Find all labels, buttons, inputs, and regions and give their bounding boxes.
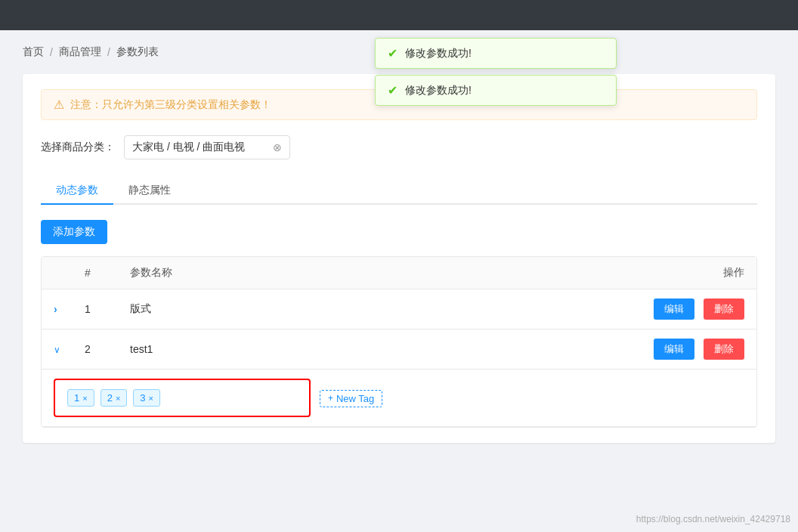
row2-expand-cell: ∨ [42, 329, 73, 370]
tab-static[interactable]: 静态属性 [113, 178, 186, 205]
row2-edit-button[interactable]: 编辑 [654, 339, 694, 360]
row1-name: 版式 [118, 289, 620, 329]
category-value: 大家电 / 电视 / 曲面电视 [132, 141, 245, 154]
breadcrumb-home[interactable]: 首页 [23, 45, 44, 59]
top-bar [0, 0, 798, 30]
main-card: ⚠ 注意：只允许为第三级分类设置相关参数！ 选择商品分类： 大家电 / 电视 /… [23, 74, 775, 443]
success-icon-1: ✔ [388, 46, 397, 60]
col-name: 参数名称 [118, 257, 620, 289]
col-expand [42, 257, 73, 289]
notification-2: ✔ 修改参数成功! [375, 75, 617, 106]
category-label: 选择商品分类： [41, 141, 115, 154]
row2-num: 2 [73, 329, 118, 370]
row1-delete-button[interactable]: 删除 [704, 298, 744, 320]
col-hash: # [73, 257, 118, 289]
warning-icon: ⚠ [54, 97, 64, 112]
expand-icon-row1[interactable]: › [54, 303, 57, 315]
notification-stack: ✔ 修改参数成功! ✔ 修改参数成功! [375, 38, 617, 106]
row1-expand-cell: › [42, 289, 73, 329]
row2-name: test1 [118, 329, 620, 370]
row1-ops: 编辑 删除 [620, 289, 756, 329]
watermark: https://blog.csdn.net/weixin_42429718 [636, 514, 790, 524]
new-tag-label: New Tag [336, 393, 374, 404]
table-row: ∨ 2 test1 编辑 删除 [42, 329, 756, 370]
tabs: 动态参数 静态属性 [41, 178, 757, 205]
page-wrapper: ✔ 修改参数成功! ✔ 修改参数成功! 首页 / 商品管理 / 参数列表 ⚠ 注… [0, 30, 798, 532]
tag-label-2: 2 [107, 392, 113, 404]
plus-icon: + [328, 393, 333, 404]
breadcrumb-sep-2: / [107, 46, 110, 58]
notification-text-2: 修改参数成功! [405, 84, 472, 97]
notification-text-1: 修改参数成功! [405, 47, 472, 60]
tags-row: 1 × 2 × 3 × [42, 370, 756, 427]
tab-dynamic[interactable]: 动态参数 [41, 178, 113, 205]
category-select-row: 选择商品分类： 大家电 / 电视 / 曲面电视 ⊗ [41, 135, 757, 159]
expand-icon-row2[interactable]: ∨ [54, 345, 60, 355]
col-ops: 操作 [620, 257, 756, 289]
tag-close-1[interactable]: × [82, 394, 87, 403]
category-select[interactable]: 大家电 / 电视 / 曲面电视 ⊗ [124, 135, 290, 159]
row1-num: 1 [73, 289, 118, 329]
tag-item: 1 × [67, 389, 94, 407]
tag-close-2[interactable]: × [116, 394, 120, 403]
new-tag-button[interactable]: + New Tag [320, 390, 382, 407]
table-row: › 1 版式 编辑 删除 [42, 289, 756, 329]
table-header: # 参数名称 操作 [42, 257, 756, 289]
params-table: # 参数名称 操作 › 1 版式 编辑 [41, 256, 757, 428]
row1-edit-button[interactable]: 编辑 [654, 298, 694, 320]
breadcrumb-sep-1: / [50, 46, 53, 58]
success-icon-2: ✔ [388, 83, 397, 97]
clear-icon[interactable]: ⊗ [273, 141, 282, 153]
tag-item: 3 × [133, 389, 160, 407]
add-param-wrapper: 添加参数 [41, 220, 757, 244]
tag-item: 2 × [101, 389, 128, 407]
tag-label-1: 1 [74, 392, 79, 404]
breadcrumb-current: 参数列表 [116, 45, 159, 59]
row2-ops: 编辑 删除 [620, 329, 756, 370]
tag-label-3: 3 [140, 392, 145, 404]
tags-cell: 1 × 2 × 3 × [42, 370, 756, 427]
breadcrumb-goods-mgmt[interactable]: 商品管理 [59, 45, 101, 59]
notification-1: ✔ 修改参数成功! [375, 38, 617, 69]
tag-close-3[interactable]: × [149, 394, 153, 403]
tags-container: 1 × 2 × 3 × [54, 379, 311, 417]
add-param-button[interactable]: 添加参数 [41, 220, 107, 244]
row2-delete-button[interactable]: 删除 [704, 339, 744, 360]
alert-text: 注意：只允许为第三级分类设置相关参数！ [70, 98, 271, 112]
